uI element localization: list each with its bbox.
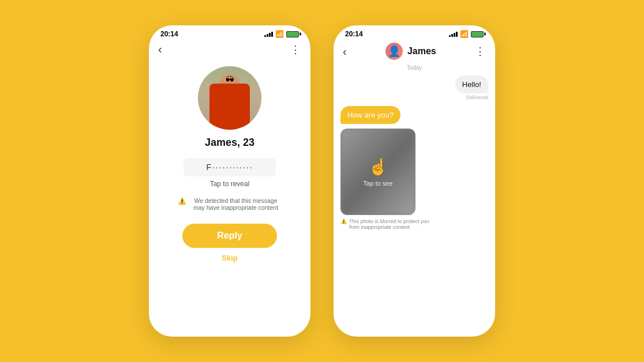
- phone-1: 20:14 📶 ‹ ⋮ 🕶 James, 23: [149, 25, 310, 337]
- signal-icon-2: [449, 31, 458, 37]
- more-button-2[interactable]: ⋮: [475, 45, 486, 58]
- glasses-icon: 🕶: [226, 75, 234, 84]
- skip-button[interactable]: Skip: [222, 254, 237, 262]
- status-bar-2: 20:14 📶: [334, 25, 495, 40]
- nav-bar-2: ‹ 👤 James ⋮: [334, 40, 495, 65]
- back-button-2[interactable]: ‹: [343, 45, 347, 58]
- profile-name: James, 23: [205, 137, 254, 149]
- photo-warning-icon: ⚠️: [340, 218, 347, 224]
- warning-box: ⚠️ We detected that this message may hav…: [172, 194, 287, 214]
- time-1: 20:14: [160, 30, 178, 38]
- warning-text: We detected that this message may have i…: [190, 197, 282, 211]
- tap-reveal-label: Tap to reveal: [210, 180, 250, 188]
- battery-icon-2: [471, 31, 484, 37]
- tap-icon: ☝️: [368, 157, 388, 176]
- contact-avatar: 👤: [385, 43, 403, 60]
- message-received: How are you?: [340, 106, 400, 124]
- wifi-icon-2: 📶: [460, 30, 469, 38]
- more-button-1[interactable]: ⋮: [290, 43, 301, 56]
- blurred-photo[interactable]: ☝️ Tap to see: [340, 129, 415, 215]
- delivered-status: Delivered: [340, 95, 488, 100]
- person-body: [209, 84, 250, 130]
- status-bar-1: 20:14 📶: [149, 25, 310, 40]
- contact-name: James: [407, 46, 436, 56]
- tap-to-see-text: Tap to see: [364, 180, 393, 187]
- chat-messages: Hello! Delivered How are you? ☝️ Tap to …: [340, 76, 488, 330]
- photo-warning-box: ⚠️ This photo is blurred to protect you …: [340, 218, 433, 230]
- nav-bar-1: ‹ ⋮: [149, 40, 310, 61]
- phone-2: 20:14 📶 ‹ 👤 James ⋮ Today Hello! Deliver…: [334, 25, 495, 337]
- signal-icon: [264, 31, 273, 37]
- warning-icon: ⚠️: [178, 197, 186, 205]
- hidden-message[interactable]: F············: [184, 158, 276, 176]
- chat-date: Today: [340, 65, 488, 71]
- reply-button[interactable]: Reply: [182, 224, 277, 248]
- profile-screen: 🕶 James, 23 F············ Tap to reveal …: [149, 61, 310, 337]
- back-button-1[interactable]: ‹: [158, 43, 162, 56]
- wifi-icon: 📶: [275, 30, 284, 38]
- tap-overlay: ☝️ Tap to see: [340, 129, 415, 215]
- chat-screen: Today Hello! Delivered How are you? ☝️ T…: [334, 65, 495, 337]
- battery-icon: [286, 31, 299, 37]
- time-2: 20:14: [345, 30, 363, 38]
- status-icons-1: 📶: [264, 30, 299, 38]
- contact-title: 👤 James: [385, 43, 436, 60]
- profile-avatar: 🕶: [198, 66, 261, 130]
- status-icons-2: 📶: [449, 30, 484, 38]
- photo-warning-text: This photo is blurred to protect you fro…: [349, 218, 433, 230]
- message-sent: Hello!: [455, 76, 488, 93]
